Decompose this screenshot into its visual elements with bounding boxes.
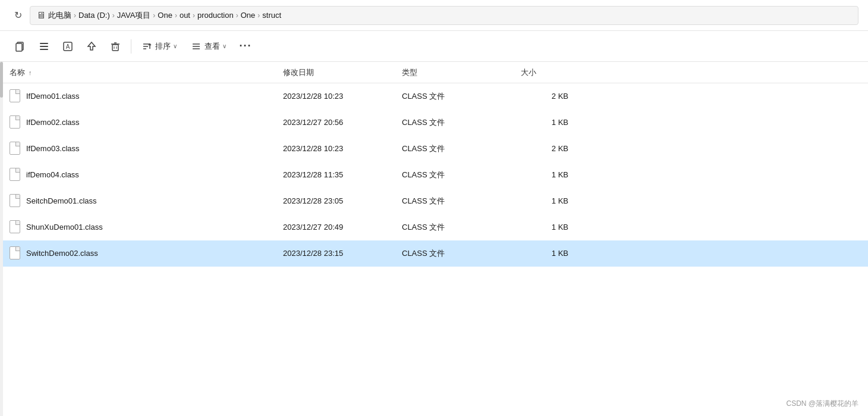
refresh-button[interactable]: ↻ (10, 7, 26, 24)
file-size-cell: 2 KB (521, 144, 580, 153)
sort-label: 排序 (155, 41, 171, 52)
file-date-cell: 2023/12/28 23:15 (283, 249, 402, 258)
left-scrollbar[interactable] (0, 62, 3, 416)
rename-button[interactable]: A (57, 36, 78, 57)
file-name-label: IfDemo02.class (26, 118, 80, 127)
breadcrumb[interactable]: 🖥 此电脑 › Data (D:) › JAVA项目 › One › out ›… (30, 6, 858, 25)
file-name-label: IfDemo01.class (26, 92, 80, 101)
more-button[interactable]: ··· (235, 36, 256, 57)
breadcrumb-sep-4: › (193, 11, 195, 20)
svg-text:A: A (66, 43, 70, 50)
svg-rect-3 (40, 46, 48, 47)
breadcrumb-production: production (197, 11, 234, 20)
toolbar-divider (131, 39, 131, 54)
file-size-cell: 1 KB (521, 223, 580, 232)
table-row[interactable]: IfDemo03.class 2023/12/28 10:23 CLASS 文件… (0, 136, 868, 162)
view-chevron-icon: ∨ (222, 43, 227, 49)
file-size-cell: 1 KB (521, 196, 580, 205)
breadcrumb-sep-3: › (175, 11, 177, 20)
file-type-cell: CLASS 文件 (402, 222, 521, 233)
file-name-cell: ShunXuDemo01.class (10, 220, 283, 234)
table-row[interactable]: ifDemo04.class 2023/12/28 11:35 CLASS 文件… (0, 162, 868, 188)
table-row[interactable]: IfDemo02.class 2023/12/27 20:56 CLASS 文件… (0, 110, 868, 136)
toolbar: A 排序 ∨ 查看 ∨ (0, 31, 868, 62)
file-name-label: SwitchDemo02.class (26, 249, 98, 258)
file-icon (10, 220, 21, 234)
file-date-cell: 2023/12/28 11:35 (283, 170, 402, 179)
file-icon (10, 115, 21, 130)
copy-path-button[interactable] (10, 36, 31, 57)
file-date-cell: 2023/12/28 10:23 (283, 144, 402, 153)
file-type-cell: CLASS 文件 (402, 143, 521, 154)
file-name-label: SeitchDemo01.class (26, 196, 97, 205)
svg-rect-1 (16, 43, 22, 51)
column-name[interactable]: 名称 ↑ (10, 67, 283, 78)
file-type-cell: CLASS 文件 (402, 248, 521, 259)
breadcrumb-java: JAVA项目 (117, 10, 151, 21)
share-button[interactable] (81, 36, 102, 57)
name-sort-arrow-icon: ↑ (29, 69, 32, 76)
table-row[interactable]: SeitchDemo01.class 2023/12/28 23:05 CLAS… (0, 188, 868, 214)
breadcrumb-out: out (180, 11, 190, 20)
view-button[interactable]: 查看 ∨ (185, 36, 232, 57)
file-icon (10, 194, 21, 208)
file-size-cell: 2 KB (521, 92, 580, 101)
file-name-cell: SeitchDemo01.class (10, 194, 283, 208)
breadcrumb-sep-5: › (236, 11, 238, 20)
file-name-label: IfDemo03.class (26, 144, 80, 153)
breadcrumb-sep-2: › (153, 11, 155, 20)
breadcrumb-sep-1: › (112, 11, 115, 20)
watermark: CSDN @落满樱花的羊 (786, 399, 858, 409)
breadcrumb-pc: 🖥 此电脑 (36, 10, 71, 21)
file-name-cell: SwitchDemo02.class (10, 246, 283, 261)
file-name-label: ShunXuDemo01.class (26, 223, 103, 232)
file-date-cell: 2023/12/27 20:56 (283, 118, 402, 127)
svg-rect-4 (40, 49, 48, 50)
breadcrumb-one-2: One (241, 11, 256, 20)
file-date-cell: 2023/12/27 20:49 (283, 223, 402, 232)
breadcrumb-sep-6: › (257, 11, 260, 20)
file-size-cell: 1 KB (521, 118, 580, 127)
file-date-cell: 2023/12/28 23:05 (283, 196, 402, 205)
file-icon (10, 142, 21, 156)
file-type-cell: CLASS 文件 (402, 196, 521, 207)
file-size-cell: 1 KB (521, 170, 580, 179)
file-date-cell: 2023/12/28 10:23 (283, 92, 402, 101)
breadcrumb-one-1: One (158, 11, 172, 20)
file-icon (10, 246, 21, 261)
column-date[interactable]: 修改日期 (283, 67, 402, 78)
cut-button[interactable] (33, 36, 55, 57)
file-name-cell: IfDemo03.class (10, 142, 283, 156)
delete-button[interactable] (105, 36, 126, 57)
column-type[interactable]: 类型 (402, 67, 521, 78)
file-type-cell: CLASS 文件 (402, 117, 521, 128)
computer-icon: 🖥 (36, 10, 46, 21)
file-type-cell: CLASS 文件 (402, 170, 521, 180)
table-row[interactable]: ShunXuDemo01.class 2023/12/27 20:49 CLAS… (0, 214, 868, 240)
sort-button[interactable]: 排序 ∨ (136, 36, 183, 57)
view-label: 查看 (205, 41, 220, 52)
sort-chevron-icon: ∨ (173, 43, 177, 49)
file-type-cell: CLASS 文件 (402, 91, 521, 102)
table-row[interactable]: SwitchDemo02.class 2023/12/28 23:15 CLAS… (0, 240, 868, 267)
svg-rect-2 (40, 43, 48, 44)
file-name-cell: IfDemo01.class (10, 89, 283, 104)
file-name-cell: ifDemo04.class (10, 168, 283, 182)
address-bar: ↻ 🖥 此电脑 › Data (D:) › JAVA项目 › One › out… (0, 0, 868, 31)
breadcrumb-drive: Data (D:) (78, 11, 110, 20)
breadcrumb-struct: struct (262, 11, 281, 20)
svg-rect-7 (112, 45, 118, 51)
column-size[interactable]: 大小 (521, 67, 580, 78)
file-icon (10, 168, 21, 182)
left-scrollbar-thumb[interactable] (0, 62, 3, 98)
file-list-header: 名称 ↑ 修改日期 类型 大小 (0, 62, 868, 83)
file-list-container: 名称 ↑ 修改日期 类型 大小 IfDemo01.class 2023/12/2… (0, 62, 868, 416)
file-rows: IfDemo01.class 2023/12/28 10:23 CLASS 文件… (0, 83, 868, 416)
breadcrumb-sep-0: › (74, 11, 76, 20)
table-row[interactable]: IfDemo01.class 2023/12/28 10:23 CLASS 文件… (0, 83, 868, 110)
file-size-cell: 1 KB (521, 249, 580, 258)
file-icon (10, 89, 21, 104)
file-name-cell: IfDemo02.class (10, 115, 283, 130)
file-name-label: ifDemo04.class (26, 170, 79, 179)
